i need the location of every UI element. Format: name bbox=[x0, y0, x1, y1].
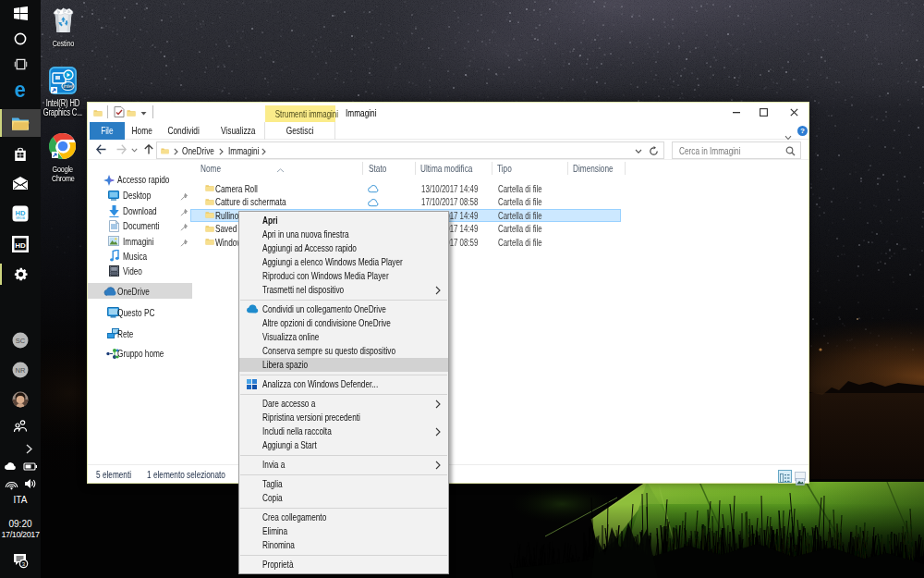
svg-text:SC: SC bbox=[16, 337, 26, 345]
svg-text:intel: intel bbox=[63, 83, 73, 89]
svg-text:NR: NR bbox=[16, 366, 26, 375]
svg-text:MEDIA: MEDIA bbox=[16, 216, 25, 220]
svg-text:HD: HD bbox=[15, 241, 26, 250]
